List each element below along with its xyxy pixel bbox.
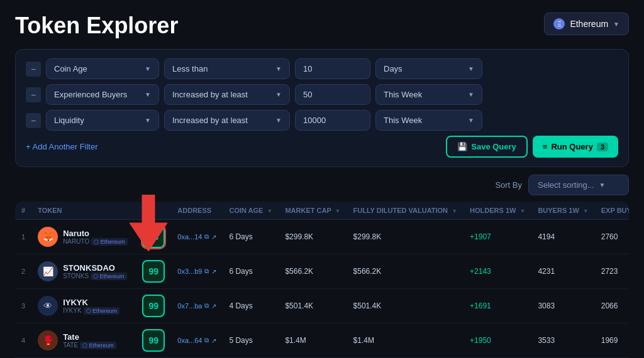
cell-buyers: 3083 xyxy=(531,289,594,323)
chevron-down-icon: ▼ xyxy=(275,65,282,72)
run-query-button[interactable]: ≡ Run Query 3 xyxy=(533,136,618,158)
col-market-cap[interactable]: MARKET CAP ▼ xyxy=(279,202,347,220)
col-exp-buyers[interactable]: EXP BUYERS 1W ▼ xyxy=(595,202,629,220)
external-link-icon[interactable]: ↗ xyxy=(211,234,216,241)
remove-filter-1[interactable]: − xyxy=(26,62,41,77)
filter-row-2: − Experienced Buyers ▼ Increased by at l… xyxy=(26,84,618,105)
cell-token: 🦊 Naruto NARUTO ⬡ Ethereum xyxy=(31,220,136,254)
remove-filter-2[interactable]: − xyxy=(26,87,41,102)
sort-row: Sort By Select sorting... ▼ xyxy=(15,175,629,195)
filter-time-3[interactable]: This Week ▼ xyxy=(375,110,482,131)
token-name: STONKSDAO xyxy=(63,263,126,273)
filter-type-2[interactable]: Experienced Buyers ▼ xyxy=(46,84,159,105)
save-query-button[interactable]: 💾 Save Query xyxy=(446,136,528,158)
cell-market-cap: $299.8K xyxy=(279,220,347,254)
run-count-badge: 3 xyxy=(597,143,608,151)
copy-icon[interactable]: ⧉ xyxy=(204,337,209,344)
cell-buyers: 4231 xyxy=(531,254,594,289)
cell-market-cap: $501.4K xyxy=(279,289,347,323)
cell-score: 99 xyxy=(136,254,171,289)
cell-fdv: $501.4K xyxy=(347,289,464,323)
cell-token: 📈 STONKSDAO STONKS ⬡ Ethereum xyxy=(31,254,136,289)
cell-score: 88 xyxy=(136,220,171,254)
filter-type-3[interactable]: Liquidity ▼ xyxy=(46,110,159,131)
token-ticker: TATE ⬡ Ethereum xyxy=(63,342,116,349)
cell-rank: 4 xyxy=(15,323,31,358)
filter-row-3: − Liquidity ▼ Increased by at least ▼ 10… xyxy=(26,110,618,131)
network-selector[interactable]: Ξ Ethereum ▼ xyxy=(544,13,629,35)
filter-actions: + Add Another Filter 💾 Save Query ≡ Run … xyxy=(26,136,618,158)
token-network: ⬡ Ethereum xyxy=(91,273,127,280)
table-row[interactable]: 3 👁 IYKYK IYKYK ⬡ Ethereum 99 0x7...ba ⧉… xyxy=(15,289,629,323)
token-name: IYKYK xyxy=(63,298,119,307)
chevron-down-icon: ▼ xyxy=(275,91,282,98)
cell-coin-age: 6 Days xyxy=(223,220,279,254)
token-ticker: STONKS ⬡ Ethereum xyxy=(63,273,126,280)
filter-time-2[interactable]: This Week ▼ xyxy=(375,84,482,105)
token-name: Tate xyxy=(63,332,116,342)
sort-selector[interactable]: Select sorting... ▼ xyxy=(528,175,629,195)
token-icon: 🦊 xyxy=(38,227,58,247)
token-ticker: IYKYK ⬡ Ethereum xyxy=(63,307,119,315)
address-text: 0xa...64 xyxy=(177,337,202,344)
cell-market-cap: $566.2K xyxy=(279,254,347,289)
network-label: Ethereum xyxy=(570,19,608,29)
address-text: 0x3...b9 xyxy=(177,268,202,275)
cell-coin-age: 6 Days xyxy=(223,254,279,289)
token-network: ⬡ Ethereum xyxy=(84,307,120,315)
chevron-down-icon: ▼ xyxy=(145,117,151,124)
copy-icon[interactable]: ⧉ xyxy=(204,302,209,310)
external-link-icon[interactable]: ↗ xyxy=(211,268,216,275)
chevron-down-icon: ▼ xyxy=(468,65,474,72)
cell-buyers: 4194 xyxy=(531,220,594,254)
cell-holders: +2143 xyxy=(464,254,531,289)
external-link-icon[interactable]: ↗ xyxy=(211,337,216,344)
copy-icon[interactable]: ⧉ xyxy=(204,233,209,241)
query-buttons: 💾 Save Query ≡ Run Query 3 xyxy=(446,136,618,158)
chevron-down-icon: ▼ xyxy=(468,91,474,98)
table-row[interactable]: 1 🦊 Naruto NARUTO ⬡ Ethereum 88 0xa...14… xyxy=(15,220,629,254)
col-coin-age[interactable]: COIN AGE ▼ xyxy=(223,202,279,220)
add-filter-button[interactable]: + Add Another Filter xyxy=(26,142,98,151)
col-token: TOKEN xyxy=(31,202,136,220)
cell-exp-buyers: 2723 xyxy=(595,254,629,289)
filter-type-1[interactable]: Coin Age ▼ xyxy=(46,58,159,79)
col-fdv[interactable]: FULLY DILUTED VALUATION ▼ xyxy=(347,202,464,220)
table-row[interactable]: 2 📈 STONKSDAO STONKS ⬡ Ethereum 99 0x3..… xyxy=(15,254,629,289)
cell-score: 99 xyxy=(136,289,171,323)
page-title: Token Explorer xyxy=(15,13,178,39)
chevron-down-icon: ▼ xyxy=(599,182,606,188)
chevron-down-icon: ▼ xyxy=(613,21,619,28)
token-icon: 🥊 xyxy=(38,330,58,350)
cell-token: 🥊 Tate TATE ⬡ Ethereum xyxy=(31,323,136,358)
filter-condition-2[interactable]: Increased by at least ▼ xyxy=(164,84,290,105)
filter-value-1[interactable]: 10 xyxy=(295,58,370,79)
cell-address: 0xa...64 ⧉ ↗ xyxy=(171,323,223,358)
cell-exp-buyers: 2066 xyxy=(595,289,629,323)
external-link-icon[interactable]: ↗ xyxy=(211,303,216,310)
token-icon: 📈 xyxy=(38,261,58,281)
cell-score: 99 xyxy=(136,323,171,358)
filters-panel: − Coin Age ▼ Less than ▼ 10 Days ▼ − Exp… xyxy=(15,49,629,167)
token-network: ⬡ Ethereum xyxy=(91,238,128,246)
eth-icon: Ξ xyxy=(553,18,565,30)
filter-condition-1[interactable]: Less than ▼ xyxy=(164,58,290,79)
col-holders[interactable]: HOLDERS 1W ▼ xyxy=(464,202,531,220)
filter-condition-3[interactable]: Increased by at least ▼ xyxy=(164,110,290,131)
copy-icon[interactable]: ⧉ xyxy=(204,268,209,275)
col-buyers[interactable]: BUYERS 1W ▼ xyxy=(531,202,594,220)
chevron-down-icon: ▼ xyxy=(145,65,151,72)
table-row[interactable]: 4 🥊 Tate TATE ⬡ Ethereum 99 0xa...64 ⧉ ↗ xyxy=(15,323,629,358)
filter-value-2[interactable]: 50 xyxy=(295,84,370,105)
token-name: Naruto xyxy=(63,229,128,238)
remove-filter-3[interactable]: − xyxy=(26,113,41,128)
cell-coin-age: 5 Days xyxy=(223,323,279,358)
token-ticker: NARUTO ⬡ Ethereum xyxy=(63,238,128,246)
cell-coin-age: 4 Days xyxy=(223,289,279,323)
filter-time-1[interactable]: Days ▼ xyxy=(375,58,482,79)
filter-value-3[interactable]: 10000 xyxy=(295,110,370,131)
cell-fdv: $299.8K xyxy=(347,220,464,254)
cell-fdv: $566.2K xyxy=(347,254,464,289)
address-text: 0x7...ba xyxy=(177,302,202,310)
cell-holders: +1950 xyxy=(464,323,531,358)
